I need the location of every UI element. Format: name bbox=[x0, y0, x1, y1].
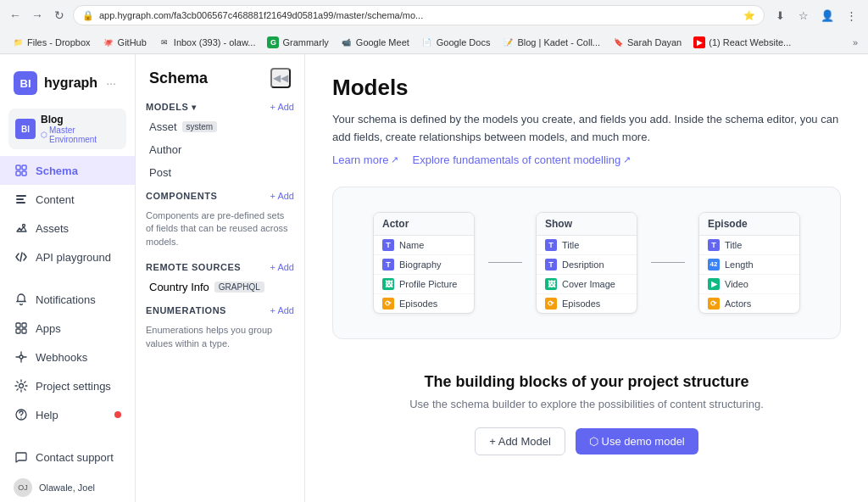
explore-link[interactable]: Explore fundamentals of content modellin… bbox=[412, 153, 631, 166]
collapse-panel-button[interactable]: ◀◀ bbox=[270, 68, 291, 88]
assets-icon bbox=[14, 220, 29, 236]
svg-rect-0 bbox=[16, 165, 20, 170]
field-type-icon: ⟳ bbox=[382, 298, 394, 310]
dropbox-icon: 📁 bbox=[12, 36, 24, 48]
address-bar[interactable]: 🔒 app.hygraph.com/fa3cb006567c468881f216… bbox=[73, 5, 765, 25]
cta-section: The building blocks of your project stru… bbox=[332, 360, 841, 476]
remote-sources-add-button[interactable]: + Add bbox=[270, 262, 294, 272]
panel-header: Schema ◀◀ bbox=[136, 54, 304, 95]
sidebar-item-apps[interactable]: Apps bbox=[0, 314, 135, 343]
model-item-asset[interactable]: Asset system bbox=[136, 115, 304, 138]
schema-label: Schema bbox=[36, 165, 78, 177]
sidebar-item-api-playground[interactable]: API playground bbox=[0, 243, 135, 271]
table-row: T Title bbox=[699, 236, 799, 255]
field-type-icon: T bbox=[382, 259, 394, 271]
components-add-button[interactable]: + Add bbox=[270, 191, 294, 201]
bookmark-dropbox[interactable]: 📁 Files - Dropbox bbox=[7, 33, 96, 52]
svg-point-16 bbox=[20, 417, 21, 418]
cta-buttons: + Add Model ⬡ Use demo model bbox=[332, 427, 841, 455]
profile-icon[interactable]: 👤 bbox=[817, 5, 837, 25]
bookmark-sarah[interactable]: 🔖 Sarah Dayan bbox=[607, 33, 687, 52]
menu-icon[interactable]: ⋮ bbox=[841, 5, 861, 25]
field-label: Length bbox=[725, 259, 754, 270]
bookmark-react[interactable]: ▶ (1) React Website... bbox=[688, 33, 796, 52]
sidebar-item-project-settings[interactable]: Project settings bbox=[0, 371, 135, 400]
bookmark-github[interactable]: 🐙 GitHub bbox=[97, 33, 152, 52]
bookmark-meet[interactable]: 📹 Google Meet bbox=[336, 33, 415, 52]
browser-chrome: ← → ↻ 🔒 app.hygraph.com/fa3cb006567c4688… bbox=[0, 0, 868, 54]
enumerations-add-button[interactable]: + Add bbox=[270, 305, 294, 315]
grammarly-icon: G bbox=[267, 36, 279, 48]
bookmark-grammarly[interactable]: G Grammarly bbox=[262, 33, 333, 52]
project-badge[interactable]: BI Blog Master Environment bbox=[8, 109, 126, 149]
learn-more-link[interactable]: Learn more ↗ bbox=[332, 153, 398, 166]
notifications-label: Notifications bbox=[36, 293, 96, 306]
extensions-icon: ⭐ bbox=[743, 10, 755, 21]
logo: BI hygraph ··· bbox=[0, 64, 135, 109]
svg-rect-2 bbox=[16, 171, 20, 176]
field-type-icon: ⟳ bbox=[545, 298, 557, 310]
add-model-button[interactable]: + Add Model bbox=[475, 427, 565, 455]
models-section-header: MODELS ▾ + Add bbox=[136, 95, 304, 115]
table-row: ⟳ Episodes bbox=[537, 294, 637, 313]
model-name: Asset bbox=[149, 120, 177, 133]
logo-abbr: BI bbox=[20, 77, 31, 90]
field-label: Biography bbox=[399, 259, 442, 270]
field-type-icon: 🖼 bbox=[382, 278, 394, 290]
bookmark-icon[interactable]: ☆ bbox=[793, 5, 814, 25]
table-row: ⟳ Actors bbox=[699, 294, 799, 313]
field-label: Title bbox=[562, 240, 579, 250]
bookmarks-bar: 📁 Files - Dropbox 🐙 GitHub ✉ Inbox (393)… bbox=[0, 31, 868, 54]
sidebar-item-webhooks[interactable]: Webhooks bbox=[0, 343, 135, 371]
enumerations-section-header: ENUMERATIONS + Add bbox=[136, 298, 304, 319]
download-icon[interactable]: ⬇ bbox=[770, 5, 790, 25]
api-icon bbox=[14, 249, 29, 265]
model-item-author[interactable]: Author bbox=[136, 138, 304, 161]
schema-diagram-card: Actor T Name T Biography 🖼 Profile Pictu… bbox=[332, 187, 841, 339]
sidebar-item-user[interactable]: OJ Olawale, Joel bbox=[0, 471, 135, 502]
sidebar-item-assets[interactable]: Assets bbox=[0, 214, 135, 243]
table-row: ▶ Video bbox=[699, 275, 799, 294]
sarah-icon: 🔖 bbox=[612, 36, 624, 48]
help-icon bbox=[14, 407, 29, 422]
remote-sources-label: REMOTE SOURCES bbox=[146, 262, 241, 272]
field-type-icon: 42 bbox=[708, 259, 720, 271]
models-add-button[interactable]: + Add bbox=[270, 102, 294, 112]
meet-icon: 📹 bbox=[341, 36, 353, 48]
remote-source-item[interactable]: Country Info GRAPHQL bbox=[136, 276, 304, 298]
sidebar-item-help[interactable]: Help bbox=[0, 400, 135, 429]
bookmark-blog[interactable]: 📝 Blog | Kadet - Coll... bbox=[497, 33, 605, 52]
svg-rect-6 bbox=[16, 202, 25, 204]
bookmark-inbox[interactable]: ✉ Inbox (393) - olaw... bbox=[153, 33, 261, 52]
field-type-icon: T bbox=[382, 239, 394, 251]
bookmark-label: Files - Dropbox bbox=[27, 37, 91, 47]
project-settings-label: Project settings bbox=[36, 380, 111, 393]
sidebar-item-content[interactable]: Content bbox=[0, 185, 135, 214]
enumerations-desc: Enumerations helps you group values with… bbox=[136, 319, 304, 357]
forward-button[interactable]: → bbox=[29, 7, 46, 24]
bookmark-docs[interactable]: 📄 Google Docs bbox=[416, 33, 496, 52]
model-item-post[interactable]: Post bbox=[136, 161, 304, 184]
app-container: BI hygraph ··· BI Blog Master Environmen… bbox=[0, 54, 868, 502]
back-button[interactable]: ← bbox=[7, 7, 24, 24]
sidebar-item-notifications[interactable]: Notifications bbox=[0, 285, 135, 314]
field-type-icon: ⟳ bbox=[708, 298, 720, 310]
bookmarks-more[interactable]: » bbox=[849, 36, 861, 49]
sidebar-item-contact-support[interactable]: Contact support bbox=[0, 443, 135, 471]
bell-icon bbox=[14, 292, 29, 307]
episode-table: Episode T Title 42 Length ▶ Video ⟳ bbox=[698, 212, 800, 314]
remote-sources-section-header: REMOTE SOURCES + Add bbox=[136, 255, 304, 276]
panel-title: Schema bbox=[149, 70, 208, 87]
svg-point-7 bbox=[23, 225, 25, 227]
help-label: Help bbox=[36, 409, 58, 421]
external-link-icon-2: ↗ bbox=[623, 154, 631, 165]
sidebar-item-schema[interactable]: Schema bbox=[0, 156, 135, 185]
content-label: Content bbox=[36, 193, 75, 206]
use-demo-model-button[interactable]: ⬡ Use demo model bbox=[576, 428, 698, 455]
reload-button[interactable]: ↻ bbox=[51, 7, 68, 24]
cta-title: The building blocks of your project stru… bbox=[332, 373, 841, 391]
field-label: Episodes bbox=[562, 298, 600, 309]
table-row: 42 Length bbox=[699, 255, 799, 275]
external-link-icon: ↗ bbox=[391, 154, 398, 165]
sidebar: BI hygraph ··· BI Blog Master Environmen… bbox=[0, 54, 136, 502]
